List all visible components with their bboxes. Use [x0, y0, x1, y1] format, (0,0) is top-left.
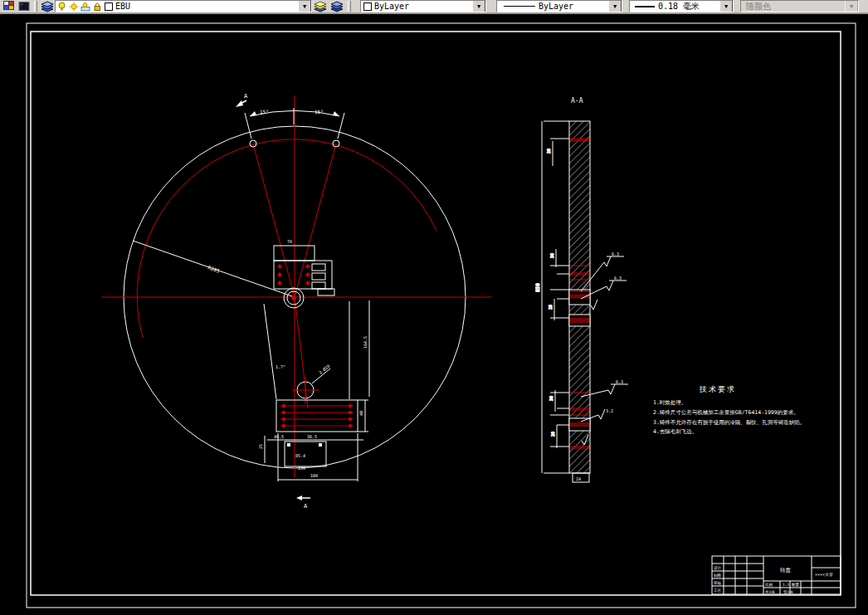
dim-label: 30 — [549, 396, 553, 401]
section-dim-labels: 850 20 30 25 30 20 — [534, 149, 555, 437]
layer-previous-button[interactable] — [329, 0, 345, 12]
dim-label: 85.4 — [295, 453, 305, 458]
dim-label: 30 — [549, 253, 554, 258]
tech-req-title: 技术要求 — [699, 385, 736, 393]
layer-previous-icon — [331, 1, 344, 12]
lineweight-control-combo[interactable]: 0.18 毫米 ▼ — [629, 0, 734, 12]
field-value: 1:1 — [783, 583, 789, 587]
dim-label: 15° — [315, 109, 324, 115]
dim-label: 25 — [548, 305, 553, 310]
section-marker-top: A — [236, 93, 248, 107]
layer-viewport-freeze-icon[interactable] — [80, 2, 90, 12]
linetype-value: ByLayer — [539, 2, 573, 11]
roughness-value: 6.3 — [612, 251, 619, 256]
linetype-sample-line — [504, 6, 535, 7]
color-swatch-icon — [18, 1, 30, 12]
roughness-value: 6.3 — [616, 379, 623, 384]
field-label: 比例 — [765, 583, 773, 588]
layer-properties-icon — [3, 1, 15, 12]
field-label: 制图 — [714, 574, 721, 578]
bolt-plate: 40 — [276, 400, 368, 432]
field-label: 设计 — [714, 565, 722, 570]
bolt-hole — [333, 140, 339, 147]
dim-label: 40.5 — [274, 434, 284, 439]
field-value: 第1张 — [783, 590, 793, 594]
radial-dimension: R205 — [133, 241, 295, 297]
layer-freeze-sun-icon[interactable] — [69, 2, 79, 12]
color-combo-dropdown-arrow[interactable]: ▼ — [472, 0, 485, 12]
field-label: 数量 — [792, 583, 800, 587]
layer-combo-dropdown-arrow[interactable]: ▼ — [298, 0, 311, 12]
layer-color-swatch[interactable] — [105, 2, 113, 11]
dim-label: 20 — [546, 149, 551, 154]
plate-hole-dots — [282, 404, 352, 427]
dim-label: R205 — [207, 264, 221, 274]
drawing-canvas[interactable]: 15° 15° A R205 70 — [0, 16, 868, 615]
dim-label: 15° — [260, 109, 269, 115]
field-label: 工艺 — [714, 588, 722, 593]
dim-label: 164.5 — [363, 336, 368, 349]
lineweight-value: 0.18 毫米 — [658, 1, 700, 12]
dim-label: 130 — [298, 466, 305, 471]
section-extension-lines — [542, 121, 569, 473]
dim-label: 25 — [258, 444, 263, 449]
dim-label: 1.7° — [276, 364, 285, 369]
organization-name: ××××大学 — [815, 572, 833, 577]
layer-control-combo[interactable]: EBU ▼ — [55, 0, 312, 12]
layer-properties-button[interactable] — [2, 0, 17, 12]
tech-req-item: 3.铸件不允许存在有损于使用的冷隔、裂纹、孔洞等铸造缺陷。 — [653, 419, 805, 426]
cad-application-window: EBU ▼ ByLayer ▼ ByLayer ▼ — [0, 0, 868, 615]
current-layer-name: EBU — [115, 2, 130, 11]
tech-requirements: 技术要求 1.时效处理。 2.铸件尺寸公差与机械加工余量按GB/T6414-19… — [653, 385, 805, 435]
sheet-frame — [27, 23, 856, 608]
section-letter: A — [304, 503, 308, 510]
section-letter: A — [244, 93, 248, 100]
layer-on-bulb-icon[interactable] — [57, 2, 67, 12]
section-title: A-A — [571, 97, 583, 105]
dim-label: 40 — [358, 411, 363, 416]
lineweight-combo-dropdown-arrow[interactable]: ▼ — [719, 0, 733, 12]
title-block-texts: 设计 制图 审核 工艺 转盘 ××××大学 比例 1:1 数量 共1张 第1张 — [714, 565, 833, 594]
section-view: A-A — [534, 97, 628, 482]
field-label: 审核 — [714, 581, 722, 585]
lineweight-sample-line — [635, 6, 655, 7]
hub-hole-markers — [277, 264, 310, 286]
plotstyle-value: 随颜色 — [746, 1, 771, 12]
plate-slots — [280, 406, 354, 426]
centerlines — [101, 95, 491, 477]
dim-label: 36.5 — [307, 434, 317, 439]
object-color-button[interactable] — [17, 0, 32, 12]
tech-req-item: 2.铸件尺寸公差与机械加工余量按GB/T6414-1999的要求。 — [653, 409, 799, 416]
color-control-combo[interactable]: ByLayer ▼ — [360, 0, 486, 12]
part-name: 转盘 — [780, 567, 792, 574]
main-view: 15° 15° A R205 70 — [101, 93, 491, 510]
toolbar-grip[interactable] — [34, 1, 37, 12]
linetype-control-combo[interactable]: ByLayer ▼ — [496, 0, 622, 12]
dim-label: 180 — [310, 473, 318, 478]
lower-arm: 1.7° 2-Ø20 164.5 — [264, 300, 369, 404]
plotstyle-control-combo: 随颜色 ▼ — [740, 0, 859, 12]
make-layer-current-icon — [315, 1, 327, 12]
layers-button[interactable] — [40, 0, 55, 12]
field-value: 共1张 — [765, 590, 775, 594]
lower-dimensions: 40.5 36.5 25 85.4 130 180 — [258, 433, 363, 481]
bolt-hole — [250, 140, 256, 147]
hub-assembly: 70 — [274, 239, 334, 308]
linetype-combo-dropdown-arrow[interactable]: ▼ — [608, 0, 622, 12]
section-marker-bottom: A — [296, 495, 310, 510]
dim-label: 24 — [576, 476, 581, 481]
object-properties-toolbar: EBU ▼ ByLayer ▼ ByLayer ▼ — [0, 0, 868, 14]
plotstyle-combo-dropdown-arrow: ▼ — [845, 0, 858, 12]
color-value: ByLayer — [374, 2, 409, 11]
layer-lock-icon[interactable] — [92, 2, 102, 12]
make-object-layer-current-button[interactable] — [312, 0, 329, 12]
dim-label: 70 — [287, 239, 292, 244]
tech-req-item: 4.去除毛刺飞边。 — [653, 428, 697, 435]
title-block: 设计 制图 审核 工艺 转盘 ××××大学 比例 1:1 数量 共1张 第1张 — [712, 556, 841, 594]
layers-stack-icon — [41, 1, 54, 12]
roughness-value: 6.3 — [614, 276, 622, 281]
roughness-value: 3.2 — [606, 408, 613, 413]
tech-req-item: 1.时效处理。 — [653, 399, 686, 406]
toolbar-grip[interactable] — [348, 1, 351, 12]
color-bylayer-swatch — [363, 2, 372, 11]
